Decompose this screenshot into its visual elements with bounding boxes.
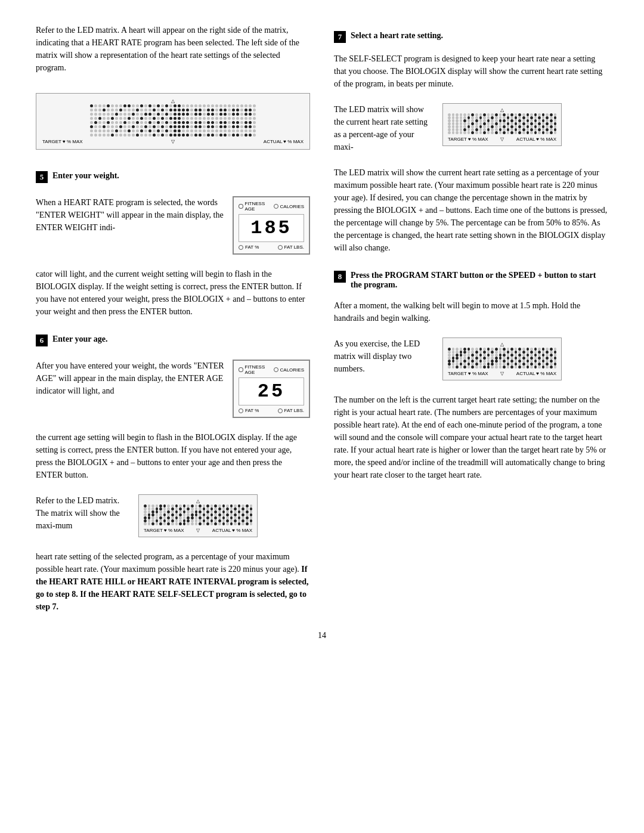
led-dot [107, 109, 110, 112]
led-dot [169, 129, 172, 132]
led-dot [169, 121, 172, 124]
step6-fat-pct-circle [239, 408, 243, 413]
led-dot [240, 113, 243, 116]
led-dot [207, 134, 210, 137]
led-dot [157, 113, 160, 116]
step6-fat-pct-label: FAT % [245, 408, 259, 413]
led-dot [178, 134, 181, 137]
led-matrix-step8-grid [448, 348, 556, 368]
led-dot [178, 113, 181, 116]
led-dot [136, 134, 139, 137]
led-dot [144, 104, 147, 107]
step7-target-label: TARGET ♥ % MAX [448, 137, 488, 142]
step7-body2: The LED matrix will show the current hea… [334, 166, 608, 254]
led-dot [148, 121, 151, 124]
led-dot [187, 522, 190, 525]
led-dot [132, 121, 135, 124]
led-dot [132, 134, 135, 137]
led-dot [207, 121, 210, 124]
led-dot [165, 109, 168, 112]
led-dot [249, 125, 252, 128]
led-dot [199, 109, 202, 112]
led-row [144, 522, 252, 525]
led-dot [169, 109, 172, 112]
led-dot [153, 113, 156, 116]
led-row [90, 125, 256, 128]
led-dot [98, 129, 101, 132]
led-dot [94, 134, 97, 137]
led-dot [103, 125, 106, 128]
led-dot [471, 131, 474, 134]
led-dot [232, 125, 235, 128]
led-dot [169, 117, 172, 120]
led-dot [475, 366, 478, 368]
led-dot [123, 109, 126, 112]
led-dot [224, 129, 227, 132]
led-dot [203, 117, 206, 120]
led-dot [240, 125, 243, 128]
step6-text-content: After you have entered your weight, the … [36, 361, 224, 395]
led-dot [253, 125, 256, 128]
calories-label: CALORIES [280, 204, 304, 209]
led-dot [128, 104, 131, 107]
led-dot [144, 125, 147, 128]
page-container: Refer to the LED matrix. A heart will ap… [36, 24, 608, 613]
led-row [90, 134, 256, 137]
led-dot [215, 109, 218, 112]
led-dot [232, 134, 235, 137]
led-dot [546, 131, 549, 134]
led-dot [249, 117, 252, 120]
fat-pct-label: FAT % [245, 244, 259, 250]
led-dot [448, 366, 451, 368]
led-matrix-step7-grid [448, 113, 556, 134]
led-dot [236, 113, 239, 116]
step7-body1: The SELF-SELECT program is designed to k… [334, 52, 608, 90]
led-dot [190, 109, 193, 112]
led-dot [228, 129, 231, 132]
step6-text-before: After you have entered your weight, the … [36, 360, 225, 397]
led-dot [140, 113, 143, 116]
led-dot [452, 366, 455, 368]
led-dot [161, 109, 164, 112]
led-dot [203, 104, 206, 107]
step6-actual-label: ACTUAL ♥ % MAX [212, 528, 252, 533]
led-dot [190, 113, 193, 116]
led-dot [219, 129, 222, 132]
led-dot [157, 117, 160, 120]
led-dot [253, 109, 256, 112]
led-dot [471, 366, 474, 368]
led-dot [228, 109, 231, 112]
triangle-top-indicator: △ [42, 98, 304, 104]
step6-refer-text: Refer to the LED matrix. The matrix will… [36, 494, 131, 532]
led-dot [182, 125, 185, 128]
led-dot [157, 134, 160, 137]
triangle-bottom-indicator: ▽ [171, 139, 175, 144]
led-dot [244, 117, 247, 120]
step6-number: 6 [36, 335, 48, 346]
led-dot [98, 125, 101, 128]
led-dot [148, 104, 151, 107]
led-dot [483, 131, 486, 134]
led-dot [153, 117, 156, 120]
led-dot [128, 125, 131, 128]
led-dot [174, 113, 177, 116]
led-dot [215, 104, 218, 107]
led-dot [211, 117, 214, 120]
step6-fat-lbs-circle [278, 408, 283, 413]
led-dot [165, 113, 168, 116]
step5-content: When a HEART RATE program is selected, t… [36, 196, 310, 255]
led-dot [249, 109, 252, 112]
led-dot [115, 113, 118, 116]
step8-body3: The number on the left is the current ta… [334, 394, 608, 481]
led-dot [222, 522, 225, 525]
step6-fitness-age-label: FITNESS AGE [245, 364, 274, 375]
led-dot [232, 129, 235, 132]
led-dot [186, 129, 189, 132]
step6-triangle-bottom: ▽ [196, 528, 200, 533]
led-dot [157, 121, 160, 124]
led-dot [136, 104, 139, 107]
led-dot [148, 129, 151, 132]
led-dot [203, 113, 206, 116]
led-dot [207, 109, 210, 112]
led-dot [249, 129, 252, 132]
